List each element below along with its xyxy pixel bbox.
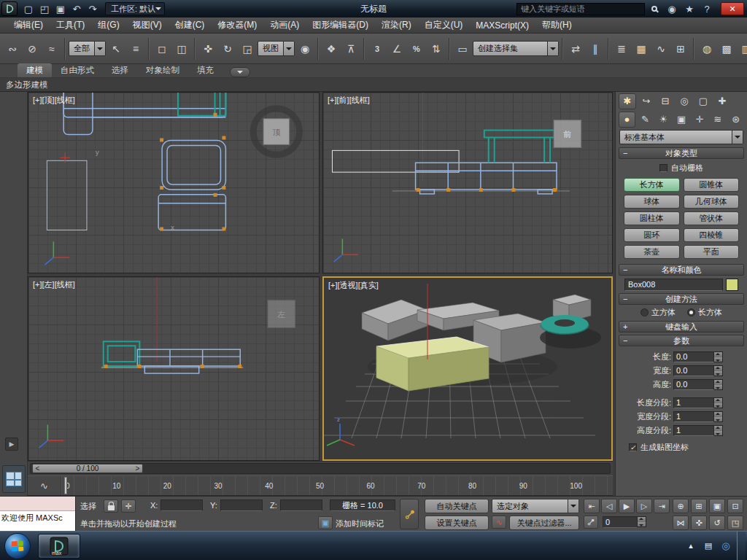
name-color-rollout-header[interactable]: − 名称和颜色: [619, 264, 744, 276]
go-to-start-button[interactable]: ⇤: [584, 499, 600, 513]
sofa-wireframe-front[interactable]: [416, 163, 557, 194]
rendered-frame-window-icon[interactable]: ▥: [737, 39, 747, 58]
rectangular-selection-region-icon[interactable]: ◻: [152, 39, 171, 58]
sphere-button[interactable]: 球体: [624, 195, 680, 209]
height-segs-field[interactable]: 1: [673, 425, 714, 436]
z-coordinate-field[interactable]: [280, 499, 322, 511]
previous-frame-arrow[interactable]: <: [33, 464, 42, 472]
window-crossing-icon[interactable]: ◫: [172, 39, 191, 58]
plane-button[interactable]: 平面: [684, 245, 740, 259]
key-tangent-icon[interactable]: ∿: [492, 516, 506, 529]
play-button[interactable]: ▶: [619, 499, 635, 513]
curve-editor-icon[interactable]: ∿: [651, 39, 670, 58]
key-filters-button[interactable]: 关键点过滤器...: [509, 516, 579, 530]
taskbar-3dsmax-button[interactable]: max: [38, 534, 80, 559]
viewport-layout-tab-button[interactable]: [2, 465, 26, 493]
show-desktop-button[interactable]: [737, 532, 746, 560]
absolute-mode-toggle[interactable]: ✛: [121, 499, 136, 513]
sofa-wireframe-left[interactable]: [101, 341, 243, 373]
start-button[interactable]: [4, 533, 31, 559]
ribbon-tab-selection[interactable]: 选择: [103, 63, 137, 77]
teapot-button[interactable]: 茶壶: [624, 245, 680, 259]
object-color-swatch[interactable]: [726, 279, 738, 291]
viewport-layout-flyout-button[interactable]: ▶: [5, 438, 18, 451]
x-coordinate-field[interactable]: [160, 499, 203, 511]
shapes-category-tab[interactable]: ✎: [637, 112, 654, 128]
view-cube[interactable]: 前: [554, 120, 581, 148]
reference-coordinate-dropdown[interactable]: 视图: [258, 41, 295, 56]
width-segs-spinner[interactable]: [714, 411, 723, 422]
height-segs-spinner[interactable]: [714, 425, 723, 436]
current-frame-marker[interactable]: [64, 477, 67, 494]
length-segs-spinner[interactable]: [714, 397, 723, 408]
select-by-name-icon[interactable]: ≡: [126, 39, 145, 58]
menu-item-customize[interactable]: 自定义(U): [418, 19, 470, 31]
viewport-perspective-label[interactable]: [+][透视][真实]: [328, 280, 379, 291]
polygon-modeling-panel-label[interactable]: 多边形建模: [6, 79, 48, 90]
cameras-category-tab[interactable]: ▣: [673, 112, 690, 128]
selected-filter-dropdown[interactable]: 选定对象: [492, 499, 579, 513]
parameters-rollout-header[interactable]: − 参数: [619, 335, 744, 346]
save-file-button[interactable]: ▣: [53, 1, 69, 16]
zoom-extents-all-button[interactable]: ⊡: [727, 499, 743, 513]
close-button[interactable]: ✕: [721, 2, 744, 15]
view-cube[interactable]: 左: [268, 300, 295, 328]
spinner-snap-icon[interactable]: ⇅: [427, 39, 446, 58]
ribbon-tab-object-paint[interactable]: 对象绘制: [137, 63, 188, 77]
ribbon-config-button[interactable]: [230, 67, 250, 77]
viewport-front[interactable]: [+][前][线框]: [322, 92, 613, 273]
zoom-all-button[interactable]: ⊞: [691, 499, 707, 513]
viewport-left-label[interactable]: [+][左][线框]: [33, 279, 75, 290]
tube-button[interactable]: 管状体: [684, 211, 740, 225]
hidden-icons-chevron[interactable]: ▴: [684, 540, 697, 553]
orbit-button[interactable]: ↺: [709, 516, 725, 530]
viewport-perspective[interactable]: [+][透视][真实]: [322, 276, 613, 461]
ribbon-tab-modeling[interactable]: 建模: [18, 63, 52, 77]
primitive-category-dropdown[interactable]: 标准基本体: [619, 130, 743, 144]
torus-button[interactable]: 圆环: [624, 228, 680, 242]
sofa-wireframe-top[interactable]: [63, 93, 225, 135]
selected-box-wireframe[interactable]: [333, 150, 460, 172]
layer-manager-icon[interactable]: ≣: [612, 39, 631, 58]
table-wireframe-front[interactable]: [484, 131, 554, 163]
workspace-dropdown[interactable]: 工作区: 默认: [105, 2, 165, 15]
viewport-top[interactable]: [+][顶][线框]: [28, 92, 320, 273]
next-frame-button[interactable]: ▷: [636, 499, 652, 513]
geosphere-button[interactable]: 几何球体: [684, 195, 740, 209]
menu-item-group[interactable]: 组(G): [91, 19, 125, 31]
undo-button[interactable]: ↶: [69, 1, 85, 16]
menu-item-create[interactable]: 创建(C): [169, 19, 212, 31]
cone-button[interactable]: 圆锥体: [684, 178, 740, 192]
search-button[interactable]: [646, 1, 662, 16]
box-wireframe-top[interactable]: [47, 160, 87, 230]
menu-item-rendering[interactable]: 渲染(R): [375, 19, 418, 31]
snaps-toggle-icon[interactable]: 3: [368, 39, 387, 58]
listener-output[interactable]: 欢迎使用 MAXSc: [0, 511, 75, 532]
new-scene-button[interactable]: ▢: [20, 1, 36, 16]
track-bar-ruler[interactable]: 0 10 20 30 40 50 60 70 80 90 100: [61, 476, 613, 495]
render-setup-icon[interactable]: ▩: [717, 39, 736, 58]
select-and-scale-icon[interactable]: ◲: [238, 39, 257, 58]
tray-network-icon[interactable]: ◎: [719, 540, 732, 553]
select-and-rotate-icon[interactable]: ↻: [218, 39, 237, 58]
ribbon-panel-strip[interactable]: 多边形建模: [0, 78, 747, 92]
set-key-button[interactable]: 设置关键点: [425, 516, 489, 530]
help-button[interactable]: ?: [699, 1, 715, 16]
height-spinner[interactable]: [714, 379, 723, 390]
lights-category-tab[interactable]: ☀: [655, 112, 672, 128]
length-segs-field[interactable]: 1: [673, 397, 714, 408]
mirror-icon[interactable]: ⇄: [566, 39, 585, 58]
material-editor-icon[interactable]: ◍: [697, 39, 716, 58]
menu-item-maxscript[interactable]: MAXScript(X): [469, 20, 535, 31]
pyramid-button[interactable]: 四棱锥: [684, 228, 740, 242]
ribbon-toggle-icon[interactable]: ▦: [632, 39, 651, 58]
create-tab[interactable]: ✱: [619, 93, 636, 109]
listener-macro-row[interactable]: [0, 497, 75, 511]
current-frame-field[interactable]: 0: [603, 516, 638, 528]
autogrid-checkbox[interactable]: 自动栅格: [619, 163, 744, 174]
auto-key-button[interactable]: 自动关键点: [425, 499, 489, 513]
y-coordinate-field[interactable]: [220, 499, 263, 511]
hierarchy-tab[interactable]: ⊟: [657, 93, 674, 109]
box-method-radio[interactable]: 长方体: [687, 307, 722, 318]
key-mode-toggle[interactable]: ⊶: [584, 516, 598, 529]
